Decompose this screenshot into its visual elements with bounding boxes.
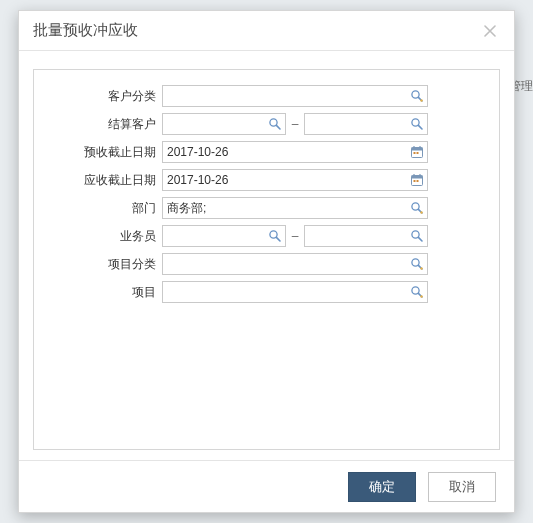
department-field[interactable] xyxy=(162,197,428,219)
svg-point-2 xyxy=(420,99,422,101)
label-prepay-cutoff: 预收截止日期 xyxy=(54,144,162,161)
label-customer-category: 客户分类 xyxy=(54,88,162,105)
svg-rect-17 xyxy=(414,180,416,182)
receive-cutoff-input[interactable] xyxy=(163,170,427,190)
row-project-category: 项目分类 xyxy=(54,250,479,278)
salesman-to-field[interactable] xyxy=(304,225,428,247)
svg-rect-8 xyxy=(412,148,423,151)
label-settle-customer: 结算客户 xyxy=(54,116,162,133)
label-receive-cutoff: 应收截止日期 xyxy=(54,172,162,189)
search-icon[interactable] xyxy=(267,116,283,132)
dialog-title: 批量预收冲应收 xyxy=(33,21,138,40)
project-category-input[interactable] xyxy=(163,254,427,274)
svg-point-31 xyxy=(420,295,422,297)
svg-rect-14 xyxy=(412,176,423,179)
project-input[interactable] xyxy=(163,282,427,302)
close-button[interactable] xyxy=(480,21,500,41)
row-receive-cutoff: 应收截止日期 xyxy=(54,166,479,194)
lookup-icon[interactable] xyxy=(409,256,425,272)
label-department: 部门 xyxy=(54,200,162,217)
search-icon[interactable] xyxy=(409,228,425,244)
close-icon xyxy=(484,25,496,37)
svg-line-6 xyxy=(418,125,422,129)
dialog-header: 批量预收冲应收 xyxy=(19,11,514,51)
customer-category-field[interactable] xyxy=(162,85,428,107)
salesman-from-field[interactable] xyxy=(162,225,286,247)
receive-cutoff-field[interactable] xyxy=(162,169,428,191)
svg-rect-12 xyxy=(417,152,419,154)
row-salesman: 业务员 – xyxy=(54,222,479,250)
calendar-icon[interactable] xyxy=(409,144,425,160)
svg-rect-11 xyxy=(414,152,416,154)
svg-line-23 xyxy=(276,237,280,241)
range-separator: – xyxy=(286,229,304,243)
label-salesman: 业务员 xyxy=(54,228,162,245)
dialog-body: 客户分类 结算客户 xyxy=(19,51,514,460)
search-icon[interactable] xyxy=(267,228,283,244)
lookup-icon[interactable] xyxy=(409,88,425,104)
label-project: 项目 xyxy=(54,284,162,301)
prepay-cutoff-input[interactable] xyxy=(163,142,427,162)
settle-customer-to-field[interactable] xyxy=(304,113,428,135)
svg-line-4 xyxy=(276,125,280,129)
row-prepay-cutoff: 预收截止日期 xyxy=(54,138,479,166)
svg-rect-18 xyxy=(417,180,419,182)
project-field[interactable] xyxy=(162,281,428,303)
lookup-icon[interactable] xyxy=(409,200,425,216)
customer-category-input[interactable] xyxy=(163,86,427,106)
svg-point-28 xyxy=(420,267,422,269)
label-project-category: 项目分类 xyxy=(54,256,162,273)
cancel-button[interactable]: 取消 xyxy=(428,472,496,502)
row-customer-category: 客户分类 xyxy=(54,82,479,110)
row-settle-customer: 结算客户 – xyxy=(54,110,479,138)
ok-button[interactable]: 确定 xyxy=(348,472,416,502)
dialog-footer: 确定 取消 xyxy=(19,460,514,512)
row-department: 部门 xyxy=(54,194,479,222)
search-icon[interactable] xyxy=(409,116,425,132)
settle-customer-from-field[interactable] xyxy=(162,113,286,135)
range-separator: – xyxy=(286,117,304,131)
department-input[interactable] xyxy=(163,198,427,218)
project-category-field[interactable] xyxy=(162,253,428,275)
svg-line-25 xyxy=(418,237,422,241)
prepay-cutoff-field[interactable] xyxy=(162,141,428,163)
lookup-icon[interactable] xyxy=(409,284,425,300)
row-project: 项目 xyxy=(54,278,479,306)
dialog-batch-offset: 批量预收冲应收 客户分类 xyxy=(18,10,515,513)
form-panel: 客户分类 结算客户 xyxy=(33,69,500,450)
svg-point-21 xyxy=(420,211,422,213)
calendar-icon[interactable] xyxy=(409,172,425,188)
